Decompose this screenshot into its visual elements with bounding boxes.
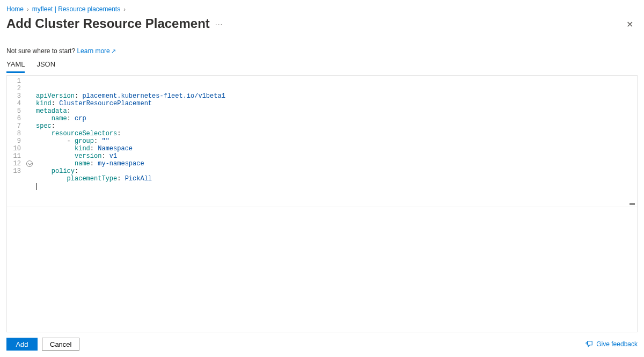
line-number: 10 [9, 145, 21, 152]
line-number: 12 [9, 160, 21, 167]
line-number: 13 [9, 167, 21, 175]
glyph-slot [25, 130, 34, 137]
code-line[interactable]: policy: [36, 167, 637, 175]
line-number: 6 [9, 115, 21, 122]
minimap-indicator [630, 203, 635, 205]
chevron-right-icon: › [123, 6, 126, 12]
line-number: 8 [9, 130, 21, 137]
line-number: 5 [9, 107, 21, 115]
line-number: 11 [9, 152, 21, 160]
give-feedback-link[interactable]: Give feedback [586, 340, 638, 348]
glyph-slot [25, 77, 34, 85]
breadcrumb: Home › myfleet | Resource placements › [6, 4, 638, 16]
code-line[interactable]: kind: ClusterResourcePlacement [36, 100, 637, 107]
line-number-gutter: 12345678910111213 [7, 76, 25, 207]
code-line[interactable]: - group: "" [36, 137, 637, 145]
glyph-margin [25, 76, 34, 207]
code-line[interactable]: spec: [36, 122, 637, 130]
glyph-slot [25, 145, 34, 152]
chevron-right-icon: › [27, 6, 29, 12]
breadcrumb-home[interactable]: Home [6, 5, 24, 13]
feedback-icon [586, 340, 593, 348]
helper-text: Not sure where to start? Learn more↗ [6, 47, 638, 55]
format-tabs: YAML JSON [6, 59, 638, 73]
glyph-slot [25, 167, 34, 175]
code-line[interactable]: name: crp [36, 115, 637, 122]
code-line[interactable]: kind: Namespace [36, 145, 637, 152]
glyph-slot [25, 115, 34, 122]
glyph-slot [25, 122, 34, 130]
tab-json[interactable]: JSON [36, 59, 55, 73]
glyph-slot [25, 152, 34, 160]
line-number: 2 [9, 85, 21, 92]
editor-empty-space[interactable] [6, 207, 638, 332]
glyph-slot [25, 160, 34, 167]
footer: Add Cancel Give feedback [6, 332, 638, 357]
line-number: 7 [9, 122, 21, 130]
tab-yaml[interactable]: YAML [6, 59, 25, 73]
line-number: 4 [9, 100, 21, 107]
code-line[interactable]: resourceSelectors: [36, 130, 637, 137]
more-actions-icon[interactable]: ··· [215, 20, 223, 28]
glyph-slot [25, 107, 34, 115]
code-editor[interactable]: 12345678910111213 apiVersion: placement.… [6, 75, 638, 207]
code-line[interactable]: version: v1 [36, 152, 637, 160]
add-button[interactable]: Add [6, 338, 38, 351]
give-feedback-label: Give feedback [596, 340, 638, 348]
code-line[interactable] [36, 183, 637, 190]
glyph-slot [25, 92, 34, 100]
code-line[interactable]: apiVersion: placement.kubernetes-fleet.i… [36, 92, 637, 100]
line-number: 9 [9, 137, 21, 145]
glyph-slot [25, 85, 34, 92]
helper-prefix: Not sure where to start? [6, 47, 77, 55]
line-number: 3 [9, 92, 21, 100]
breadcrumb-resource-placements[interactable]: myfleet | Resource placements [32, 5, 121, 13]
learn-more-link[interactable]: Learn more [77, 47, 109, 55]
code-line[interactable]: metadata: [36, 107, 637, 115]
glyph-slot [25, 100, 34, 107]
cancel-button[interactable]: Cancel [42, 338, 79, 351]
page-title: Add Cluster Resource Placement [6, 16, 210, 31]
lightbulb-icon[interactable] [26, 161, 33, 167]
glyph-slot [25, 137, 34, 145]
code-area[interactable]: apiVersion: placement.kubernetes-fleet.i… [34, 76, 637, 207]
code-line[interactable]: name: my-namespace [36, 160, 637, 167]
external-link-icon: ↗ [111, 48, 116, 54]
close-icon[interactable]: ✕ [622, 17, 638, 32]
text-cursor [36, 183, 36, 190]
line-number: 1 [9, 77, 21, 85]
code-line[interactable]: placementType: PickAll [36, 175, 637, 183]
